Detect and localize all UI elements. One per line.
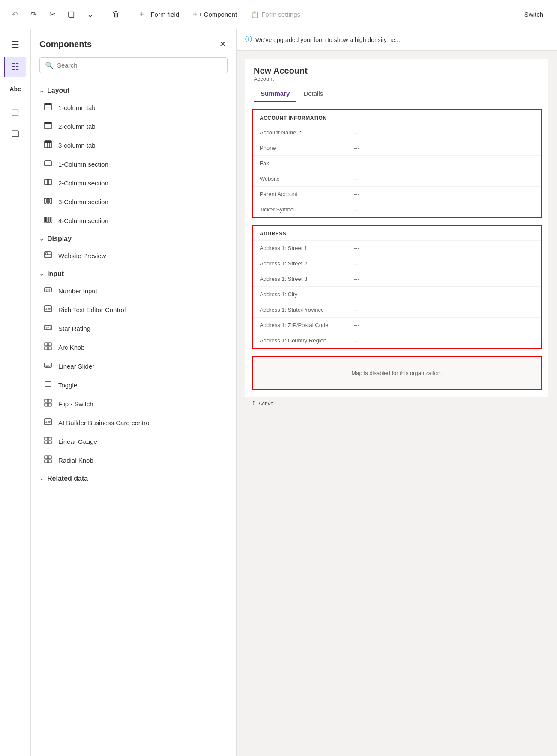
1col-tab-label: 1-column tab [58, 104, 96, 111]
state-label: Address 1: State/Province [260, 307, 354, 313]
tab-summary[interactable]: Summary [254, 86, 296, 102]
parent-account-value: --- [354, 191, 359, 197]
svg-rect-40 [45, 403, 48, 406]
component-linear-gauge[interactable]: Linear Gauge [39, 432, 228, 451]
component-3col-tab[interactable]: 3-column tab [39, 136, 228, 155]
svg-text:Abc: Abc [45, 307, 51, 310]
component-rich-text[interactable]: Abc Rich Text Editor Control [39, 300, 228, 319]
form-field-button[interactable]: + + Form field [135, 7, 184, 21]
cut-button[interactable]: ✂ [45, 7, 60, 22]
nav-hamburger[interactable]: ☰ [5, 34, 26, 55]
3col-tab-label: 3-column tab [58, 142, 96, 149]
svg-rect-30 [48, 343, 51, 346]
component-1col-section[interactable]: 1-Column section [39, 155, 228, 173]
info-icon: ⓘ [245, 35, 252, 44]
field-zip: Address 1: ZIP/Postal Code --- [253, 317, 541, 333]
component-toggle[interactable]: Toggle [39, 375, 228, 394]
sidebar-title: Components [39, 39, 92, 49]
ticker-symbol-label: Ticker Symbol [260, 206, 354, 213]
flip-switch-label: Flip - Switch [58, 400, 93, 408]
form-settings-label: Form settings [261, 11, 300, 18]
component-flip-switch[interactable]: Flip - Switch [39, 394, 228, 413]
component-2col-section[interactable]: 2-Column section [39, 173, 228, 192]
component-1col-tab[interactable]: 1-column tab [39, 98, 228, 117]
nav-text[interactable]: Abc [5, 79, 26, 99]
svg-rect-3 [45, 122, 51, 124]
status-bar: ⤴ Active [245, 397, 548, 409]
layout-section-label: Layout [47, 87, 69, 95]
nav-components[interactable]: ❏ [5, 123, 26, 144]
layout-section-header[interactable]: ⌄ Layout [39, 82, 228, 98]
form-card: New Account Account Summary Details ACCO… [245, 59, 548, 409]
components-icon: ❏ [12, 128, 19, 139]
component-radial-knob[interactable]: Radial Knob [39, 451, 228, 470]
4col-section-label: 4-Column section [58, 217, 108, 224]
svg-rect-46 [45, 441, 48, 444]
search-input[interactable] [57, 62, 222, 69]
tab-details[interactable]: Details [296, 86, 330, 102]
field-phone: Phone --- [253, 140, 541, 155]
arc-knob-label: Arc Knob [58, 344, 85, 351]
svg-rect-39 [48, 399, 51, 402]
component-number-input[interactable]: 123 Number Input [39, 281, 228, 300]
fax-label: Fax [260, 160, 354, 167]
component-linear-slider[interactable]: 123 Linear Slider [39, 357, 228, 375]
delete-button[interactable]: 🗑 [108, 7, 124, 22]
field-account-name: Account Name * --- [253, 125, 541, 140]
plus-icon-2: + [193, 10, 198, 19]
form-container: New Account Account Summary Details ACCO… [237, 51, 557, 756]
2col-tab-icon [43, 121, 53, 131]
component-ai-builder[interactable]: Abc AI Builder Business Card control [39, 413, 228, 432]
street3-value: --- [354, 276, 359, 282]
component-arc-knob[interactable]: Arc Knob [39, 338, 228, 357]
street2-label: Address 1: Street 2 [260, 260, 354, 267]
field-street2: Address 1: Street 2 --- [253, 256, 541, 271]
phone-label: Phone [260, 145, 354, 151]
switch-button[interactable]: Switch [518, 8, 550, 21]
flip-switch-icon [43, 399, 53, 409]
component-button[interactable]: + + Component [188, 7, 242, 21]
info-banner: ⓘ We've upgraded your form to show a hig… [237, 29, 557, 51]
component-star-rating[interactable]: 123 Star Rating [39, 319, 228, 338]
redo-button[interactable]: ↷ [26, 7, 41, 22]
website-preview-icon [43, 250, 53, 261]
svg-rect-13 [47, 198, 49, 203]
website-label: Website [260, 176, 354, 182]
display-chevron-icon: ⌄ [39, 236, 44, 242]
svg-rect-20 [45, 253, 48, 255]
component-3col-section[interactable]: 3-Column section [39, 192, 228, 211]
input-section-header[interactable]: ⌄ Input [39, 265, 228, 281]
display-section-header[interactable]: ⌄ Display [39, 230, 228, 246]
linear-slider-icon: 123 [43, 361, 53, 371]
dropdown-button[interactable]: ⌄ [82, 7, 98, 22]
field-country: Address 1: Country/Region --- [253, 333, 541, 348]
field-parent-account: Parent Account --- [253, 186, 541, 202]
svg-rect-14 [50, 198, 52, 203]
city-value: --- [354, 291, 359, 298]
component-website-preview[interactable]: Website Preview [39, 246, 228, 265]
toggle-label: Toggle [58, 381, 77, 389]
address-title: ADDRESS [253, 226, 541, 240]
nav-layers[interactable]: ◫ [5, 101, 26, 122]
nav-grid[interactable]: ☷ [4, 57, 26, 77]
component-4col-section[interactable]: 4-Column section [39, 211, 228, 230]
form-settings-button[interactable]: 📋 Form settings [246, 8, 305, 21]
svg-rect-38 [45, 399, 48, 402]
sidebar-close-button[interactable]: ✕ [218, 38, 228, 51]
related-data-section-header[interactable]: ⌄ Related data [39, 470, 228, 486]
map-section: Map is disabled for this organization. [252, 356, 542, 390]
svg-rect-44 [45, 437, 48, 440]
2col-tab-label: 2-column tab [58, 123, 96, 130]
form-settings-icon: 📋 [251, 11, 259, 18]
related-data-section-label: Related data [47, 475, 88, 482]
paste-button[interactable]: ❏ [63, 7, 79, 22]
svg-rect-45 [48, 437, 51, 440]
undo-button[interactable]: ↶ [7, 7, 22, 22]
phone-value: --- [354, 145, 359, 151]
toggle-icon [43, 380, 53, 390]
linear-gauge-label: Linear Gauge [58, 438, 97, 445]
component-2col-tab[interactable]: 2-column tab [39, 117, 228, 136]
status-expand-icon[interactable]: ⤴ [252, 400, 255, 407]
svg-rect-41 [48, 403, 51, 406]
address-section: ADDRESS Address 1: Street 1 --- Address … [252, 225, 542, 349]
